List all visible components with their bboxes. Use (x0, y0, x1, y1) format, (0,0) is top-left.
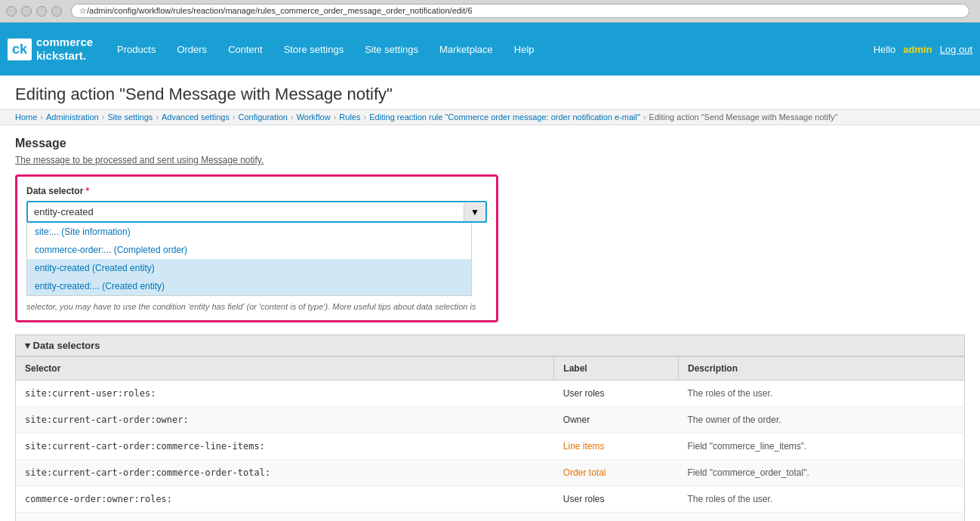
breadcrumb-rules[interactable]: Rules (339, 113, 360, 122)
nav-store-settings[interactable]: Store settings (275, 38, 353, 61)
cell-description: Field "commerce_line_items". (678, 433, 964, 460)
cell-selector: site:current-cart-order:commerce-order-t… (16, 460, 554, 486)
main-content: Message The message to be processed and … (0, 125, 980, 521)
breadcrumb: Home › Administration › Site settings › … (0, 109, 980, 125)
nav-links: Products Orders Content Store settings S… (108, 38, 874, 61)
hello-text: Hello (874, 44, 896, 55)
nav-site-settings[interactable]: Site settings (356, 38, 427, 61)
table-row: commerce-order:owner:roles:User rolesThe… (16, 486, 965, 513)
selector-dropdown-button[interactable]: ▼ (464, 203, 485, 221)
table-row: site:current-cart-order:commerce-order-t… (16, 460, 965, 486)
home-btn[interactable] (51, 6, 62, 17)
cell-selector: commerce-order:owner:roles: (16, 486, 554, 513)
required-indicator: * (85, 186, 89, 196)
cell-selector: site:current-cart-order:commerce-line-it… (16, 433, 554, 460)
dropdown-item-3[interactable]: entity-created:... (Created entity) (27, 277, 471, 295)
data-selectors-header[interactable]: ▾ Data selectors (15, 334, 965, 356)
nav-marketplace[interactable]: Marketplace (430, 38, 502, 61)
data-selector-label: Data selector* (26, 186, 487, 196)
col-label: Label (554, 357, 679, 381)
nav-right: Hello admin Log out (874, 44, 972, 55)
cell-label: User roles (554, 486, 679, 513)
table-row: site:current-user:roles:User rolesThe ro… (16, 381, 965, 407)
breadcrumb-workflow[interactable]: Workflow (297, 113, 331, 122)
col-selector: Selector (16, 357, 554, 381)
logo-text: commerce kickstart. (36, 35, 93, 63)
cell-description: The roles of the user. (678, 381, 964, 407)
cell-selector: site:current-user:roles: (16, 381, 554, 407)
data-selector-input[interactable] (28, 202, 464, 221)
cell-description: The owner of the order. (678, 407, 964, 433)
back-btn[interactable] (6, 6, 17, 17)
cell-description: Field "commerce_line_items". (678, 513, 964, 522)
selector-input-row: ▼ (26, 201, 487, 223)
data-selectors-table: Selector Label Description site:current-… (15, 356, 965, 521)
breadcrumb-current: Editing action "Send Message with Messag… (649, 113, 838, 122)
data-selector-box: Data selector* ▼ site:... (Site informat… (15, 174, 498, 322)
breadcrumb-home[interactable]: Home (15, 113, 37, 122)
cell-label: Owner (554, 407, 679, 433)
col-description: Description (678, 357, 964, 381)
dropdown-list: site:... (Site information) commerce-ord… (26, 223, 472, 296)
top-navigation: ck commerce kickstart. Products Orders C… (0, 23, 980, 76)
nav-help[interactable]: Help (505, 38, 544, 61)
logo-icon: ck (8, 39, 32, 60)
page-title-bar: Editing action "Send Message with Messag… (0, 76, 980, 109)
nav-orders[interactable]: Orders (168, 38, 216, 61)
browser-chrome: ☆/admin/config/workflow/rules/reaction/m… (0, 0, 980, 23)
nav-products[interactable]: Products (108, 38, 165, 61)
breadcrumb-site-settings[interactable]: Site settings (107, 113, 153, 122)
cell-label: Line items (554, 513, 679, 522)
table-row: site:current-cart-order:owner:OwnerThe o… (16, 407, 965, 433)
refresh-btn[interactable] (36, 6, 47, 17)
dropdown-item-0[interactable]: site:... (Site information) (27, 223, 471, 241)
cell-selector: site:current-cart-order:owner: (16, 407, 554, 433)
section-heading: Message (15, 137, 965, 150)
cell-selector: commerce-order:commerce-line-items:0: (16, 513, 554, 522)
breadcrumb-configuration[interactable]: Configuration (239, 113, 288, 122)
logout-button[interactable]: Log out (940, 44, 972, 55)
page-title: Editing action "Send Message with Messag… (15, 85, 965, 104)
nav-content[interactable]: Content (219, 38, 272, 61)
cell-label: Line items (554, 433, 679, 460)
table-row: site:current-cart-order:commerce-line-it… (16, 433, 965, 460)
hint-text: selector, you may have to use the condit… (26, 302, 487, 311)
section-description: The message to be processed and sent usi… (15, 155, 965, 165)
breadcrumb-advanced-settings[interactable]: Advanced settings (162, 113, 230, 122)
logo: ck commerce kickstart. (8, 35, 93, 63)
url-bar[interactable]: ☆/admin/config/workflow/rules/reaction/m… (71, 4, 969, 18)
data-selectors-section: ▾ Data selectors Selector Label Descript… (15, 334, 965, 521)
forward-btn[interactable] (21, 6, 32, 17)
cell-label: User roles (554, 381, 679, 407)
dropdown-item-1[interactable]: commerce-order:... (Completed order) (27, 241, 471, 259)
table-row: commerce-order:commerce-line-items:0:Lin… (16, 513, 965, 522)
cell-label: Order total (554, 460, 679, 486)
cell-description: The roles of the user. (678, 486, 964, 513)
admin-username[interactable]: admin (903, 44, 932, 55)
dropdown-item-2[interactable]: entity-created (Created entity) (27, 259, 471, 277)
breadcrumb-administration[interactable]: Administration (46, 113, 99, 122)
breadcrumb-editing-rule[interactable]: Editing reaction rule "Commerce order me… (369, 113, 640, 122)
cell-description: Field "commerce_order_total". (678, 460, 964, 486)
